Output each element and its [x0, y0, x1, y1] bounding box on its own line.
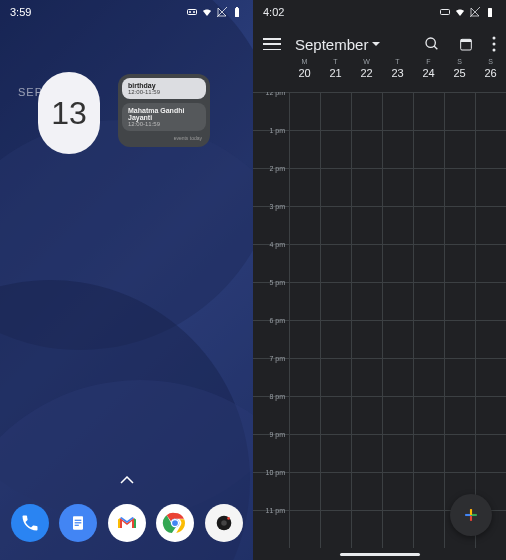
hour-cell[interactable]: [320, 283, 351, 320]
hour-row[interactable]: 3 pm: [253, 206, 506, 244]
search-icon[interactable]: [424, 36, 440, 52]
hour-cell[interactable]: [289, 321, 320, 358]
chrome-app-icon[interactable]: [156, 504, 194, 542]
hour-cell[interactable]: [289, 283, 320, 320]
day-header[interactable]: S26: [475, 58, 506, 79]
hour-cell[interactable]: [475, 131, 506, 168]
hour-cell[interactable]: [320, 93, 351, 130]
hour-cell[interactable]: [413, 131, 444, 168]
hour-cell[interactable]: [382, 321, 413, 358]
hour-cell[interactable]: [382, 169, 413, 206]
hour-cell[interactable]: [320, 169, 351, 206]
gmail-app-icon[interactable]: [108, 504, 146, 542]
hour-cell[interactable]: [289, 397, 320, 434]
hour-cell[interactable]: [475, 93, 506, 130]
day-header[interactable]: W22: [351, 58, 382, 79]
hour-row[interactable]: 2 pm: [253, 168, 506, 206]
hour-cell[interactable]: [351, 321, 382, 358]
hour-cell[interactable]: [289, 93, 320, 130]
hour-cell[interactable]: [475, 359, 506, 396]
hour-cell[interactable]: [320, 321, 351, 358]
hour-cell[interactable]: [351, 283, 382, 320]
hour-cell[interactable]: [475, 435, 506, 472]
hour-row[interactable]: 1 pm: [253, 130, 506, 168]
hour-row[interactable]: 8 pm: [253, 396, 506, 434]
hour-cell[interactable]: [320, 435, 351, 472]
app-drawer-handle[interactable]: [120, 470, 134, 488]
hour-cell[interactable]: [351, 131, 382, 168]
hour-row[interactable]: 6 pm: [253, 320, 506, 358]
day-header[interactable]: S25: [444, 58, 475, 79]
hour-row[interactable]: 5 pm: [253, 282, 506, 320]
hour-cell[interactable]: [475, 321, 506, 358]
hour-cell[interactable]: [413, 435, 444, 472]
hour-cell[interactable]: [444, 169, 475, 206]
events-widget[interactable]: birthday 12:00-11:59 Mahatma Gandhi Jaya…: [118, 74, 210, 147]
more-icon[interactable]: [492, 36, 496, 52]
today-icon[interactable]: [458, 36, 474, 52]
hour-cell[interactable]: [382, 435, 413, 472]
docs-app-icon[interactable]: [59, 504, 97, 542]
hour-cell[interactable]: [289, 207, 320, 244]
hour-cell[interactable]: [320, 245, 351, 282]
hour-cell[interactable]: [444, 93, 475, 130]
menu-button[interactable]: [263, 38, 281, 50]
hour-cell[interactable]: [444, 283, 475, 320]
hour-cell[interactable]: [320, 359, 351, 396]
hour-cell[interactable]: [382, 359, 413, 396]
hour-cell[interactable]: [351, 245, 382, 282]
hour-cell[interactable]: [475, 207, 506, 244]
hour-cell[interactable]: [413, 473, 444, 510]
hour-cell[interactable]: [444, 245, 475, 282]
hour-cell[interactable]: [382, 93, 413, 130]
hour-cell[interactable]: [289, 169, 320, 206]
hour-row[interactable]: 4 pm: [253, 244, 506, 282]
phone-app-icon[interactable]: [11, 504, 49, 542]
home-screen[interactable]: 3:59 SEPTEMBER 13 birthday 12:00-11:59 M…: [0, 0, 253, 560]
hour-cell[interactable]: [444, 207, 475, 244]
hour-cell[interactable]: [351, 207, 382, 244]
hour-row[interactable]: 7 pm: [253, 358, 506, 396]
date-widget[interactable]: 13: [38, 72, 100, 154]
nav-handle[interactable]: [340, 553, 420, 556]
day-header[interactable]: F24: [413, 58, 444, 79]
hour-cell[interactable]: [413, 321, 444, 358]
hour-cell[interactable]: [444, 359, 475, 396]
hour-cell[interactable]: [351, 359, 382, 396]
hour-row[interactable]: 9 pm: [253, 434, 506, 472]
month-dropdown[interactable]: September: [295, 36, 410, 53]
create-event-fab[interactable]: [450, 494, 492, 536]
hour-cell[interactable]: [351, 511, 382, 548]
hour-cell[interactable]: [289, 435, 320, 472]
hour-cell[interactable]: [413, 169, 444, 206]
hour-cell[interactable]: [320, 473, 351, 510]
day-header[interactable]: T21: [320, 58, 351, 79]
hour-cell[interactable]: [444, 321, 475, 358]
camera-app-icon[interactable]: [205, 504, 243, 542]
hour-cell[interactable]: [413, 397, 444, 434]
hour-cell[interactable]: [382, 283, 413, 320]
hour-cell[interactable]: [289, 511, 320, 548]
hour-cell[interactable]: [475, 245, 506, 282]
hour-cell[interactable]: [351, 473, 382, 510]
hour-cell[interactable]: [413, 93, 444, 130]
event-card[interactable]: Mahatma Gandhi Jayanti 12:00-11:59: [122, 103, 206, 131]
hour-cell[interactable]: [475, 283, 506, 320]
hour-cell[interactable]: [382, 131, 413, 168]
day-header[interactable]: M20: [289, 58, 320, 79]
hour-cell[interactable]: [320, 511, 351, 548]
day-header[interactable]: T23: [382, 58, 413, 79]
event-card[interactable]: birthday 12:00-11:59: [122, 78, 206, 99]
hour-cell[interactable]: [475, 397, 506, 434]
hour-cell[interactable]: [444, 131, 475, 168]
hour-cell[interactable]: [382, 511, 413, 548]
hour-cell[interactable]: [413, 245, 444, 282]
hour-cell[interactable]: [289, 245, 320, 282]
hour-cell[interactable]: [382, 397, 413, 434]
hour-cell[interactable]: [475, 169, 506, 206]
hour-cell[interactable]: [351, 435, 382, 472]
hour-cell[interactable]: [289, 473, 320, 510]
hour-cell[interactable]: [413, 359, 444, 396]
hour-cell[interactable]: [351, 397, 382, 434]
hour-cell[interactable]: [320, 207, 351, 244]
